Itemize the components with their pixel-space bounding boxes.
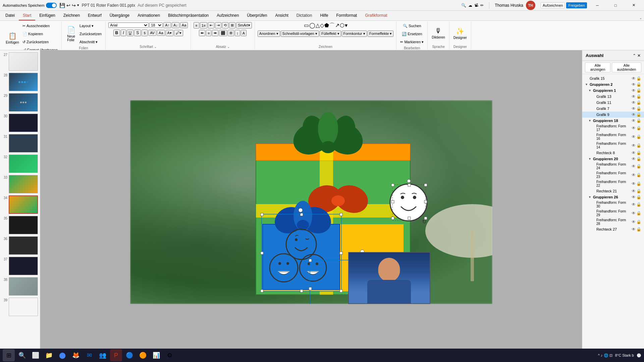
layer-item-gruppieren2[interactable]: ▼ Gruppieren 2 👁 🔒 bbox=[582, 81, 644, 87]
layer-item-freihand16[interactable]: Freihandform: Form 16 👁 🔒 bbox=[582, 132, 644, 141]
layer-item-grafik7[interactable]: Grafik 7 👁 🔒 bbox=[582, 106, 644, 112]
slide-thumb-39[interactable]: 39 bbox=[1, 297, 39, 317]
taskbar-powerpoint-btn[interactable]: P bbox=[110, 349, 122, 361]
decrease-indent-btn[interactable]: ⇤ bbox=[208, 22, 214, 28]
zuruecksetzen2-button[interactable]: Zurücksetzen bbox=[78, 30, 103, 38]
slide-thumb-32[interactable]: 32 bbox=[1, 154, 39, 174]
slide-thumb-33[interactable]: 33 bbox=[1, 174, 39, 194]
visibility-icon-freihand16[interactable]: 👁 bbox=[632, 134, 636, 139]
visibility-icon-rechteck27[interactable]: 👁 bbox=[632, 227, 636, 232]
schriftart-expand[interactable]: ⌄ bbox=[154, 45, 157, 49]
visibility-icon-freihand14[interactable]: 👁 bbox=[632, 143, 636, 148]
cloud-icon[interactable]: ☁ bbox=[468, 3, 472, 8]
font-case-button[interactable]: Aa bbox=[157, 30, 165, 36]
tab-start[interactable]: Start bbox=[19, 11, 35, 20]
formeffekte-btn[interactable]: Formeffekte ▾ bbox=[368, 31, 394, 37]
lock-icon-freihand29[interactable]: 🔒 bbox=[636, 211, 641, 216]
suchen-btn[interactable]: 🔍 Suchen bbox=[402, 22, 422, 29]
visibility-icon-gruppieren26[interactable]: 👁 bbox=[632, 195, 636, 199]
slide-thumb-29[interactable]: 29 bbox=[1, 93, 39, 112]
visibility-icon-freihand24[interactable]: 👁 bbox=[632, 164, 636, 169]
line-spacing-btn[interactable]: ↕ bbox=[235, 30, 240, 36]
search-icon[interactable]: 🔍 bbox=[461, 3, 466, 8]
tab-entwurf[interactable]: Entwurf bbox=[84, 11, 106, 20]
kopieren-button[interactable]: 📄 Kopieren bbox=[21, 30, 59, 38]
layer-item-freihand24[interactable]: Freihandform: Form 24 👁 🔒 bbox=[582, 162, 644, 171]
lock-icon-freihand14[interactable]: 🔒 bbox=[636, 143, 641, 148]
tab-bildschirm[interactable]: Bildschirmpräsentation bbox=[164, 11, 213, 20]
visibility-icon-gruppieren20[interactable]: 👁 bbox=[632, 157, 636, 161]
undo-icon[interactable]: ↩ bbox=[66, 3, 70, 8]
slide-thumb-27[interactable]: 27 bbox=[1, 52, 39, 71]
layer-item-grafik13[interactable]: Grafik 13 👁 🔒 bbox=[582, 94, 644, 100]
lock-icon-gruppieren18[interactable]: 🔒 bbox=[636, 118, 641, 123]
lock-icon-gruppieren20[interactable]: 🔒 bbox=[636, 157, 641, 161]
layer-item-grafik11[interactable]: Grafik 11 👁 🔒 bbox=[582, 100, 644, 106]
shape-6[interactable]: ⌒ bbox=[329, 22, 335, 29]
visibility-icon-rechteck21[interactable]: 👁 bbox=[632, 189, 636, 193]
shape-8[interactable]: ⬡ bbox=[340, 22, 344, 29]
taskbar-teams-btn[interactable]: 👥 bbox=[97, 349, 109, 361]
lock-icon-freihand22[interactable]: 🔒 bbox=[636, 181, 641, 186]
slide-thumb-35[interactable]: 35 bbox=[1, 215, 39, 235]
slide-thumb-34[interactable]: 34 bbox=[1, 195, 39, 215]
numbered-list-btn[interactable]: 1≡ bbox=[200, 22, 208, 28]
taskbar-start-btn[interactable]: ⊞ bbox=[3, 349, 15, 361]
lock-icon-freihand16[interactable]: 🔒 bbox=[636, 134, 641, 139]
close-button[interactable]: ✕ bbox=[626, 0, 641, 11]
slide-thumb-38[interactable]: 38 bbox=[1, 277, 39, 296]
tab-aufzeichnen[interactable]: Aufzeichnen bbox=[213, 11, 243, 20]
hide-all-button[interactable]: Alle ausblenden bbox=[612, 62, 641, 72]
text-shadow-btn[interactable]: A bbox=[241, 30, 247, 36]
tab-dictation[interactable]: Dictation bbox=[292, 11, 316, 20]
lock-icon-grafik9[interactable]: 🔒 bbox=[636, 112, 641, 117]
autosave-toggle[interactable] bbox=[46, 3, 57, 8]
align-left-btn[interactable]: ⬅ bbox=[199, 30, 205, 36]
layer-item-rechteck27[interactable]: Rechteck 27 👁 🔒 bbox=[582, 226, 644, 232]
layer-item-rechteck8[interactable]: Rechteck 8 👁 🔒 bbox=[582, 150, 644, 156]
font-color-button[interactable]: A▾ bbox=[166, 30, 173, 36]
bold-button[interactable]: B bbox=[113, 29, 120, 36]
font-increase-btn[interactable]: A↑ bbox=[163, 22, 171, 28]
customize-icon[interactable]: ▾ bbox=[77, 3, 79, 7]
layer-item-freihand29[interactable]: Freihandform: Form 29 👁 🔒 bbox=[582, 209, 644, 218]
clear-format-btn[interactable]: Aa bbox=[180, 22, 188, 28]
lock-icon-rechteck27[interactable]: 🔒 bbox=[636, 227, 641, 232]
layer-item-gruppieren26[interactable]: ▼ Gruppieren 26 👁 🔒 bbox=[582, 194, 644, 200]
layer-item-freihand23[interactable]: Freihandform: Form 23 👁 🔒 bbox=[582, 171, 644, 179]
panel-close-icon[interactable]: ✕ bbox=[637, 53, 641, 58]
visibility-icon-grafik11[interactable]: 👁 bbox=[632, 100, 636, 105]
visibility-icon-freihand28[interactable]: 👁 bbox=[632, 220, 636, 224]
col-btn[interactable]: ⊞ bbox=[228, 30, 234, 36]
show-all-button[interactable]: Alle anzeigen bbox=[585, 62, 610, 72]
freigeben-button[interactable]: Freigeben bbox=[566, 2, 587, 8]
taskbar-chrome-btn[interactable]: ⬤ bbox=[56, 349, 68, 361]
lock-icon-gruppieren26[interactable]: 🔒 bbox=[636, 195, 641, 199]
lock-icon-gruppieren2[interactable]: 🔒 bbox=[636, 82, 641, 87]
underline-button[interactable]: U bbox=[127, 29, 134, 36]
layer-item-freihand30[interactable]: Freihandform: Form 30 👁 🔒 bbox=[582, 200, 644, 209]
taskbar-taskview-btn[interactable]: ⬜ bbox=[30, 349, 42, 361]
tab-ansicht[interactable]: Ansicht bbox=[271, 11, 292, 20]
tab-einfuegen[interactable]: Einfügen bbox=[35, 11, 59, 20]
visibility-icon-rechteck8[interactable]: 👁 bbox=[632, 150, 636, 155]
redo-icon[interactable]: ↪ bbox=[72, 3, 76, 8]
layer-item-grafik9[interactable]: Grafik 9 👁 🔒 bbox=[582, 112, 644, 118]
lock-icon-grafik13[interactable]: 🔒 bbox=[636, 94, 641, 99]
layer-item-gruppieren20[interactable]: ▼ Gruppieren 20 👁 🔒 bbox=[582, 156, 644, 162]
bullet-list-btn[interactable]: ≡ bbox=[194, 22, 199, 28]
taskbar-search-btn[interactable]: 🔍 bbox=[16, 349, 28, 361]
canvas-area[interactable]: ↻ bbox=[40, 50, 582, 354]
text-direction-btn[interactable]: ⟲ bbox=[222, 22, 228, 28]
save-icon[interactable]: 💾 bbox=[59, 3, 65, 8]
strikethrough-button[interactable]: S bbox=[134, 29, 141, 36]
einfuegen-button[interactable]: 📋 Einfügen bbox=[4, 31, 21, 45]
minimize-button[interactable]: ─ bbox=[590, 0, 605, 11]
lock-icon-grafik7[interactable]: 🔒 bbox=[636, 106, 641, 111]
shape-1[interactable]: ▭ bbox=[304, 22, 309, 29]
layout-button[interactable]: Layout ▾ bbox=[78, 22, 103, 29]
tab-formformat[interactable]: Formformat bbox=[332, 11, 361, 20]
font-size-select[interactable]: 18 bbox=[149, 22, 163, 28]
markieren-btn[interactable]: ✏ Markieren ▾ bbox=[399, 38, 425, 46]
lock-icon-freihand28[interactable]: 🔒 bbox=[636, 220, 641, 224]
